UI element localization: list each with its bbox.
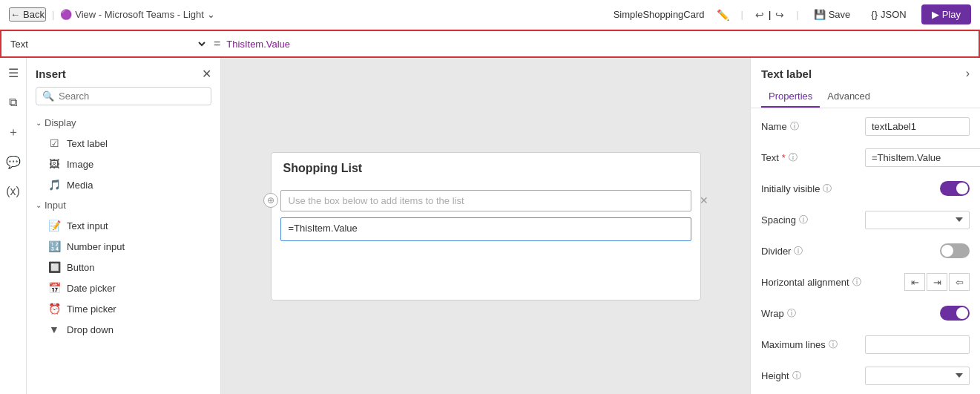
divider-toggle-knob (941, 245, 953, 257)
close-panel-button[interactable]: ✕ (202, 67, 211, 81)
media-label: Media (67, 180, 93, 191)
insert-item-date-picker[interactable]: 📅 Date picker (27, 278, 220, 298)
horizontal-alignment-label: Horizontal alignment ⓘ (761, 276, 865, 289)
height-select[interactable] (865, 367, 970, 385)
text-element-wrapper: ⊕ Use the box below to add items to the … (280, 190, 691, 211)
h-align-info-icon: ⓘ (852, 276, 861, 289)
canvas-area: Shopping List ⊕ Use the box below to add… (221, 58, 750, 394)
align-left-button[interactable]: ⇤ (904, 273, 925, 291)
toggle-wrap[interactable] (940, 306, 970, 321)
separator3: | (796, 9, 798, 20)
card-content: ⊕ Use the box below to add items to the … (272, 184, 700, 247)
text-expression-row[interactable]: =ThisItem.Value (280, 217, 691, 241)
search-input[interactable] (59, 91, 205, 102)
divider-toggle[interactable] (865, 243, 970, 258)
wrap-label: Wrap ⓘ (761, 307, 865, 320)
back-button[interactable]: ← Back (9, 7, 46, 22)
wrap-toggle-knob (956, 307, 968, 319)
insert-item-time-picker[interactable]: ⏰ Time picker (27, 298, 220, 319)
json-icon: {} (871, 9, 878, 20)
name-input[interactable] (865, 117, 970, 136)
spacing-value (865, 211, 970, 229)
align-center-button[interactable]: ⇥ (927, 273, 947, 291)
play-button[interactable]: ▶ Play (921, 4, 971, 24)
button-icon: 🔲 (47, 261, 61, 273)
input-section-label: Input (45, 200, 66, 211)
toggle-initially-visible[interactable] (940, 181, 970, 196)
display-section-header[interactable]: ⌄ Display (27, 113, 220, 133)
view-selector[interactable]: 🟣 View - Microsoft Teams - Light ⌄ (60, 9, 215, 20)
insert-item-dropdown[interactable]: ▼ Drop down (27, 319, 220, 340)
insert-item-text-label[interactable]: ☑ Text label (27, 133, 220, 154)
text-value: fx (865, 148, 980, 167)
date-picker-icon: 📅 (47, 282, 61, 294)
maximum-lines-label: Maximum lines ⓘ (761, 338, 865, 351)
initially-visible-toggle[interactable] (865, 181, 970, 196)
comment-icon[interactable]: 💬 (4, 153, 22, 171)
dropdown-icon: ▼ (47, 324, 61, 335)
redo-button[interactable]: ↪ (772, 6, 787, 24)
back-arrow-icon: ← (10, 9, 20, 20)
prop-row-name: Name ⓘ (761, 116, 970, 137)
undo-button[interactable]: ↩ (752, 6, 767, 24)
top-bar-left: ← Back | 🟣 View - Microsoft Teams - Ligh… (9, 7, 215, 22)
insert-item-number-input[interactable]: 🔢 Number input (27, 236, 220, 257)
insert-item-media[interactable]: 🎵 Media (27, 174, 220, 195)
text-label-label: Text label (67, 138, 108, 149)
image-label: Image (67, 159, 93, 170)
spacing-label: Spacing ⓘ (761, 214, 865, 226)
tab-properties[interactable]: Properties (761, 86, 820, 108)
prop-row-text: Text * ⓘ fx (761, 147, 970, 168)
height-value (865, 367, 970, 385)
initially-visible-info-icon: ⓘ (823, 183, 832, 195)
panel-header: Insert ✕ (27, 58, 220, 87)
edit-icon-button[interactable]: ✏️ (714, 6, 732, 24)
top-bar-right: SimpleShoppingCard ✏️ | ↩ | ↪ | 💾 Save {… (614, 4, 971, 24)
json-button[interactable]: {} JSON (865, 6, 912, 23)
remove-element-button[interactable]: ✕ (697, 193, 711, 208)
search-icon: 🔍 (42, 91, 54, 102)
button-label: Button (67, 262, 95, 273)
text-label: Text * ⓘ (761, 151, 865, 164)
formula-expression: ThisItem.Value (226, 39, 290, 50)
layers-icon[interactable]: ⧉ (4, 93, 22, 111)
separator: | (52, 9, 54, 20)
image-icon: 🖼 (47, 158, 61, 170)
wrap-info-icon: ⓘ (787, 307, 796, 320)
drag-handle[interactable]: ⊕ (263, 193, 278, 208)
card: Shopping List ⊕ Use the box below to add… (271, 152, 701, 301)
toggle-divider[interactable] (940, 243, 970, 258)
align-buttons-group: ⇤ ⇥ ⇦ (904, 273, 970, 291)
toggle-knob (956, 183, 968, 194)
prop-row-divider: Divider ⓘ (761, 240, 970, 261)
maximum-lines-input[interactable] (865, 335, 970, 354)
play-icon: ▶ (932, 9, 939, 20)
name-info-icon: ⓘ (790, 120, 799, 133)
add-icon[interactable]: ＋ (4, 123, 22, 141)
tab-advanced[interactable]: Advanced (820, 86, 878, 108)
panel-title: Insert (36, 68, 66, 80)
view-label-text: View - Microsoft Teams - Light (75, 9, 204, 20)
date-picker-label: Date picker (67, 283, 116, 294)
back-label: Back (23, 9, 45, 20)
hamburger-icon[interactable]: ☰ (4, 64, 22, 82)
search-box: 🔍 (36, 87, 211, 105)
text-formula-input[interactable] (865, 148, 980, 167)
divider-info-icon: ⓘ (794, 245, 803, 257)
insert-item-button[interactable]: 🔲 Button (27, 257, 220, 278)
align-right-button[interactable]: ⇦ (949, 273, 970, 291)
icon-bar: ☰ ⧉ ＋ 💬 (x) (0, 58, 27, 394)
insert-item-text-input[interactable]: 📝 Text input (27, 215, 220, 236)
insert-item-image[interactable]: 🖼 Image (27, 154, 220, 174)
input-section-header[interactable]: ⌄ Input (27, 195, 220, 215)
chevron-down-icon: ⌄ (36, 119, 42, 127)
formula-bar: Text = ThisItem.Value (0, 30, 980, 58)
wrap-toggle[interactable] (865, 306, 970, 321)
variable-icon[interactable]: (x) (4, 183, 22, 200)
spacing-select[interactable] (865, 211, 970, 229)
divider-label: Divider ⓘ (761, 245, 865, 257)
formula-property-select[interactable]: Text (7, 38, 208, 50)
save-button[interactable]: 💾 Save (808, 6, 857, 23)
separator2: | (741, 9, 743, 20)
properties-expand-icon[interactable]: › (966, 67, 970, 80)
